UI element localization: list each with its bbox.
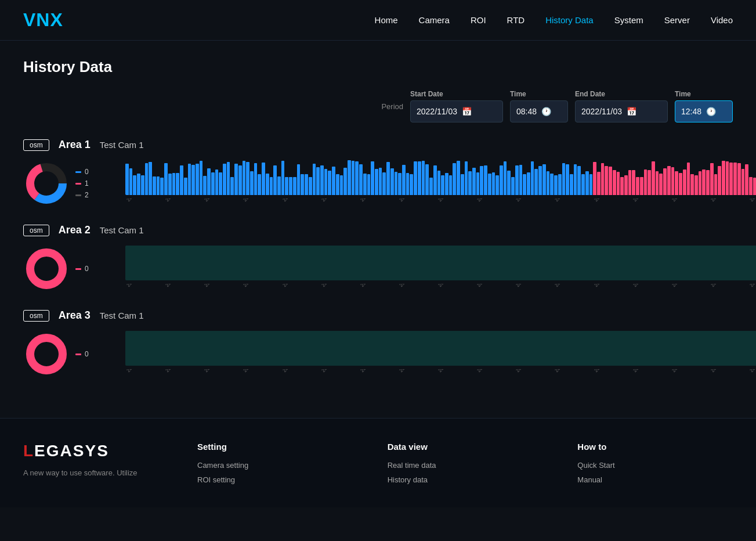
area-2-legend: 0 (75, 265, 89, 273)
timeline-label: 2022-11-03 09:21 (242, 284, 274, 288)
timeline-label: 2022-11-03 08:48 (125, 284, 157, 288)
area-3-empty-chart (125, 331, 756, 366)
end-time-label: Time (675, 90, 733, 98)
main-content: History Data Period Start Date 2022/11/0… (0, 41, 756, 406)
timeline-label: 2022-11-03 09:32 (281, 369, 313, 373)
timeline-label: 2022-11-03 08:48 (125, 369, 157, 373)
area-1-section: osm Area 1 Test Cam 1 0 (23, 139, 733, 207)
area-2-badge: osm (23, 225, 49, 236)
area-1-donut-svg (23, 160, 70, 207)
start-date-input[interactable]: 2022/11/03 📅 (410, 100, 503, 122)
timeline-label: 2022-11-03 11:11 (632, 369, 664, 373)
timeline-label: 2022-11-03 11:22 (671, 284, 703, 288)
timeline-label: 2022-11-03 11:11 (632, 284, 664, 288)
footer-link-history[interactable]: History data (388, 475, 543, 484)
timeline-label: 2022-11-03 11:00 (593, 284, 625, 288)
timeline-label: 2022-11-03 11:11 (632, 199, 664, 203)
footer-link-quickstart[interactable]: Quick Start (577, 461, 733, 470)
footer-link-realtime[interactable]: Real time data (388, 461, 543, 470)
nav-server[interactable]: Server (664, 15, 690, 25)
timeline-label: 2022-11-03 09:54 (359, 284, 391, 288)
end-date-group: End Date 2022/11/03 📅 (575, 90, 668, 122)
timeline-label: 2022-11-03 09:21 (242, 369, 274, 373)
start-time-input[interactable]: 08:48 🕐 (510, 100, 568, 122)
area-3-donut: 0 (23, 331, 116, 377)
timeline-label: 2022-11-03 11:33 (710, 199, 741, 203)
legend-dot-a2 (75, 268, 81, 270)
timeline-label: 2022-11-03 11:00 (593, 199, 625, 203)
nav-history-data[interactable]: History Data (545, 15, 594, 25)
timeline-label: 2022-11-03 08:59 (164, 199, 196, 203)
timeline-label: 2022-11-03 10:38 (515, 284, 547, 288)
timeline-label: 2022-11-03 10:27 (476, 369, 508, 373)
area-3-section: osm Area 3 Test Cam 1 0 2022-11-03 (23, 309, 733, 377)
end-date-label: End Date (575, 90, 668, 98)
area-3-cam: Test Cam 1 (100, 311, 144, 320)
calendar-icon: 📅 (462, 107, 472, 116)
timeline-label: 2022-11-03 09:43 (320, 199, 352, 203)
timeline-label: 2022-11-03 09:54 (359, 199, 391, 203)
area-3-legend: 0 (75, 350, 89, 358)
svg-point-4 (30, 253, 63, 285)
area-2-timeline: 2022-11-03 08:482022-11-03 08:592022-11-… (125, 246, 756, 290)
area-1-chart-row: 0 1 2 2022-11-03 08:482022-11-03 08:5920… (23, 160, 733, 207)
area-2-timeline-labels: 2022-11-03 08:482022-11-03 08:592022-11-… (125, 284, 756, 290)
timeline-label: 2022-11-03 11:00 (593, 369, 625, 373)
footer-logo-e: L (23, 442, 34, 460)
area-2-header: osm Area 2 Test Cam 1 (23, 224, 733, 236)
timeline-label: 2022-11-03 11:22 (671, 199, 703, 203)
legend-item-2: 2 (75, 191, 89, 199)
timeline-label: 2022-11-03 08:59 (164, 369, 196, 373)
nav-home[interactable]: Home (375, 15, 398, 25)
area-2-donut-svg (23, 246, 70, 292)
footer-link-camera-setting[interactable]: Camera setting (197, 461, 353, 470)
clock-icon: 🕐 (541, 107, 551, 116)
nav-system[interactable]: System (614, 15, 643, 25)
area-3-header: osm Area 3 Test Cam 1 (23, 309, 733, 322)
area-1-name: Area 1 (59, 139, 91, 151)
brand-logo: VNX (23, 9, 63, 31)
timeline-label: 2022-11-03 10:05 (398, 284, 430, 288)
timeline-label: 2022-11-03 09:32 (281, 284, 313, 288)
start-date-group: Start Date 2022/11/03 📅 (410, 90, 503, 122)
area-3-badge: osm (23, 310, 49, 322)
timeline-label: 2022-11-03 10:38 (515, 199, 547, 203)
nav-video[interactable]: Video (711, 15, 733, 25)
area-2-cam: Test Cam 1 (100, 225, 144, 235)
footer-col-dataview: Data view Real time data History data (388, 442, 543, 490)
footer-col-howto-title: How to (577, 442, 733, 452)
footer-col-howto: How to Quick Start Manual (577, 442, 733, 490)
area-1-cam: Test Cam 1 (100, 140, 144, 150)
nav-camera[interactable]: Camera (419, 15, 450, 25)
timeline-label: 2022-11-03 09:10 (203, 284, 235, 288)
end-time-input[interactable]: 12:48 🕐 (675, 100, 733, 122)
footer-desc: A new way to use software. Utilize (23, 467, 162, 479)
timeline-label: 2022-11-03 11:22 (671, 369, 703, 373)
timeline-label: 2022-11-03 10:05 (398, 199, 430, 203)
svg-point-6 (30, 338, 63, 370)
area-3-name: Area 3 (59, 309, 91, 322)
footer-link-roi-setting[interactable]: ROI setting (197, 475, 353, 484)
calendar-icon-end: 📅 (627, 107, 636, 116)
legend-dot-0 (75, 171, 81, 173)
timeline-label: 2022-11-03 10:16 (437, 369, 469, 373)
timeline-label: 2022-11-03 10:49 (554, 199, 585, 203)
footer-link-manual[interactable]: Manual (577, 475, 733, 484)
end-date-input[interactable]: 2022/11/03 📅 (575, 100, 668, 122)
legend-item-a2-0: 0 (75, 265, 89, 273)
timeline-label: 2022-11-03 10:16 (437, 284, 469, 288)
legend-item-0: 0 (75, 168, 89, 176)
area-2-section: osm Area 2 Test Cam 1 0 2022-11-03 (23, 224, 733, 292)
start-date-label: Start Date (410, 90, 503, 98)
timeline-label: 2022-11-03 10:49 (554, 369, 585, 373)
nav-roi[interactable]: ROI (471, 15, 486, 25)
footer-logo: LEGASYS (23, 442, 162, 460)
timeline-label: 2022-11-03 10:49 (554, 284, 585, 288)
timeline-label: 2022-11-03 09:10 (203, 199, 235, 203)
timeline-label: 2022-11-03 10:16 (437, 199, 469, 203)
area-3-donut-svg (23, 331, 70, 377)
timeline-label: 2022-11-03 09:10 (203, 369, 235, 373)
timeline-label: 2022-11-03 11:33 (710, 284, 741, 288)
area-2-donut: 0 (23, 246, 116, 292)
nav-rtd[interactable]: RTD (507, 15, 525, 25)
